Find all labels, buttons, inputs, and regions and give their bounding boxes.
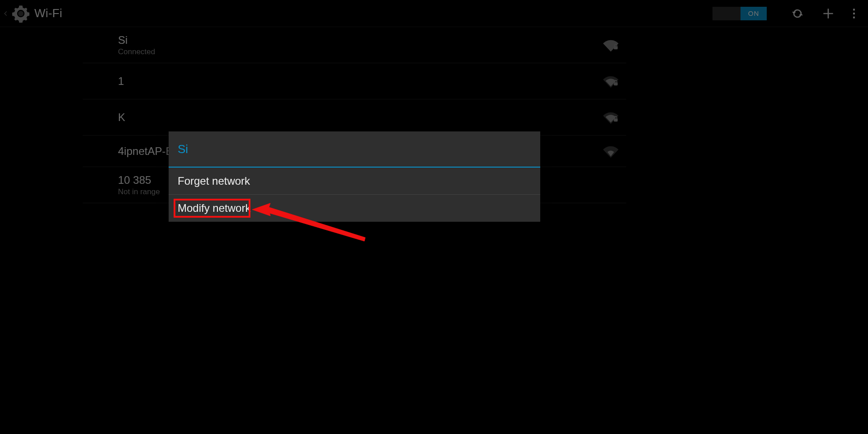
wifi-signal-lock-icon: [602, 108, 620, 126]
network-context-dialog: Si Forget network Modify network: [169, 131, 540, 222]
network-ssid: Si: [118, 34, 155, 47]
svg-rect-3: [853, 16, 855, 18]
settings-gear-icon[interactable]: [10, 3, 32, 24]
refresh-icon[interactable]: [782, 0, 813, 27]
network-row[interactable]: 1: [83, 63, 626, 99]
svg-rect-2: [853, 13, 855, 14]
network-row[interactable]: K: [83, 99, 626, 135]
network-status: Connected: [118, 47, 155, 56]
wifi-signal-lock-icon: [602, 36, 620, 54]
wifi-signal-lock-icon: [602, 72, 620, 90]
back-chevron-icon[interactable]: [2, 0, 10, 27]
svg-rect-1: [853, 9, 855, 10]
forget-network-option[interactable]: Forget network: [169, 168, 540, 195]
modify-network-option[interactable]: Modify network: [169, 195, 540, 222]
action-bar: Wi-Fi ON: [0, 0, 868, 27]
wifi-toggle-knob: ON: [741, 7, 767, 20]
svg-rect-6: [614, 118, 618, 121]
wifi-toggle[interactable]: ON: [712, 7, 767, 20]
add-network-icon[interactable]: [813, 0, 844, 27]
network-ssid: 10 385: [118, 174, 160, 187]
wifi-signal-icon: [602, 142, 620, 160]
overflow-menu-icon[interactable]: [844, 0, 864, 27]
svg-rect-5: [614, 82, 618, 85]
svg-rect-4: [614, 46, 618, 49]
network-ssid: K: [118, 111, 125, 124]
page-title: Wi-Fi: [34, 6, 62, 20]
network-row[interactable]: Si Connected: [83, 27, 626, 63]
svg-point-0: [18, 11, 24, 16]
network-status: Not in range: [118, 187, 160, 196]
network-ssid: 1: [118, 75, 124, 88]
dialog-title: Si: [169, 131, 540, 168]
